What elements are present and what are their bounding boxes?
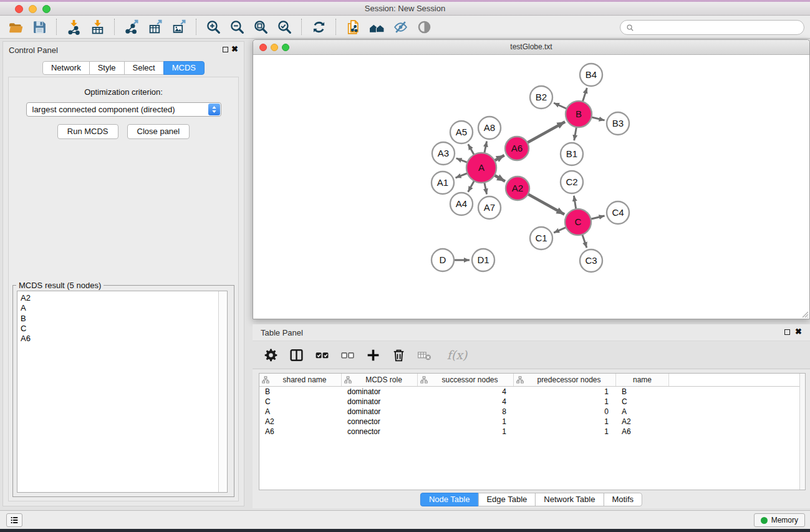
status-bar: Memory: [0, 510, 810, 529]
network-minimize-button[interactable]: [271, 44, 278, 51]
node-A5[interactable]: A5: [450, 121, 473, 143]
column-header-name[interactable]: name: [616, 374, 669, 386]
column-label: shared name: [271, 375, 339, 384]
tab-network[interactable]: Network: [42, 61, 90, 75]
task-history-button[interactable]: [6, 513, 22, 527]
network-zoom-button[interactable]: [282, 44, 289, 51]
float-panel-icon[interactable]: [223, 47, 228, 52]
clone-network-button[interactable]: [341, 17, 365, 36]
table-tab-node-table[interactable]: Node Table: [420, 493, 479, 506]
tab-style[interactable]: Style: [89, 61, 125, 75]
table-row[interactable]: A2connector11A2: [259, 417, 805, 427]
node-A[interactable]: A: [466, 153, 496, 183]
node-A6[interactable]: A6: [505, 137, 529, 160]
export-network-button[interactable]: [120, 17, 143, 36]
function-builder-button[interactable]: f(x): [441, 346, 470, 364]
zoom-fit-button[interactable]: [249, 17, 272, 36]
toolbar-separator: [56, 19, 57, 35]
node-B1[interactable]: B1: [561, 143, 583, 165]
column-header-predecessor-nodes[interactable]: predecessor nodes: [514, 374, 616, 386]
zoom-in-button[interactable]: [201, 17, 225, 36]
node-B4[interactable]: B4: [580, 64, 602, 86]
gear-button[interactable]: [263, 346, 279, 364]
import-table-button[interactable]: [85, 17, 109, 36]
node-C1[interactable]: C1: [530, 227, 552, 249]
network-graph[interactable]: B4B2BB3A8A5A6A3B1AA1C2A2A4A7C4CC1C3DD1: [253, 56, 809, 319]
run-mcds-button[interactable]: Run MCDS: [57, 124, 118, 139]
node-B[interactable]: B: [566, 101, 592, 127]
clone-network-icon: [345, 19, 361, 35]
export-image-button[interactable]: [167, 17, 191, 36]
close-panel-button[interactable]: Close panel: [127, 124, 190, 139]
add-column-button[interactable]: [365, 346, 381, 364]
node-C[interactable]: C: [565, 209, 591, 235]
delete-table-button[interactable]: [416, 346, 432, 364]
node-A4[interactable]: A4: [450, 193, 473, 215]
node-C2[interactable]: C2: [561, 171, 583, 193]
open-session-button[interactable]: [4, 17, 27, 36]
node-A8[interactable]: A8: [478, 117, 501, 139]
table-float-panel-icon[interactable]: [784, 329, 790, 335]
zoom-window-button[interactable]: [42, 5, 51, 13]
optimization-criterion-select[interactable]: largest connected component (directed): [26, 102, 221, 117]
search-input[interactable]: [638, 22, 799, 32]
mcds-result-item[interactable]: A: [21, 303, 227, 313]
node-C4[interactable]: C4: [607, 201, 629, 224]
node-D[interactable]: D: [432, 249, 454, 271]
table-scrollbar[interactable]: [799, 374, 805, 490]
delete-column-button[interactable]: [390, 346, 407, 364]
node-A2[interactable]: A2: [506, 177, 529, 200]
column-header-successor-nodes[interactable]: successor nodes: [418, 374, 514, 386]
mcds-result-list[interactable]: A2ABCA6: [17, 291, 228, 493]
minimize-window-button[interactable]: [29, 5, 37, 13]
close-window-button[interactable]: [15, 5, 23, 13]
table-row[interactable]: A6connector11A6: [259, 427, 805, 437]
show-graphics-details-button[interactable]: [412, 17, 436, 36]
home-view-button[interactable]: [365, 17, 388, 36]
zoom-selected-button[interactable]: [272, 17, 296, 36]
mcds-result-item[interactable]: B: [21, 314, 227, 324]
split-columns-button[interactable]: [288, 346, 304, 364]
table-row[interactable]: Adominator80A: [259, 407, 805, 417]
mcds-result-group: MCDS result (5 nodes) A2ABCA6: [12, 285, 234, 497]
table-row[interactable]: Bdominator41B: [259, 387, 805, 397]
column-header-shared-name[interactable]: shared name: [259, 374, 342, 386]
table-close-panel-icon[interactable]: ✖: [795, 327, 802, 336]
network-close-button[interactable]: [259, 44, 267, 51]
import-network-button[interactable]: [62, 17, 85, 36]
node-B2[interactable]: B2: [530, 86, 552, 109]
result-list-scrollbar[interactable]: [218, 291, 227, 492]
search-box[interactable]: [620, 20, 804, 35]
unselect-all-columns-button[interactable]: [339, 346, 355, 364]
node-label: D: [440, 254, 446, 265]
mcds-result-item[interactable]: A6: [21, 334, 227, 344]
table-row[interactable]: Cdominator41C: [259, 397, 805, 407]
mcds-result-item[interactable]: C: [21, 324, 227, 334]
node-label: B: [576, 109, 582, 119]
node-A1[interactable]: A1: [432, 172, 454, 194]
select-all-columns-button[interactable]: [314, 346, 330, 364]
network-canvas[interactable]: B4B2BB3A8A5A6A3B1AA1C2A2A4A7C4CC1C3DD1: [253, 56, 809, 319]
save-session-button[interactable]: [27, 17, 51, 36]
node-C3[interactable]: C3: [580, 249, 602, 272]
close-panel-icon[interactable]: ✖: [231, 45, 238, 54]
table-tab-edge-table[interactable]: Edge Table: [478, 493, 536, 506]
refresh-view-button[interactable]: [307, 17, 330, 36]
hide-graphics-details-button[interactable]: [388, 17, 412, 36]
resize-grip-icon[interactable]: [801, 310, 809, 318]
node-B3[interactable]: B3: [607, 112, 629, 135]
mcds-result-item[interactable]: A2: [21, 293, 227, 303]
column-header-MCDS-role[interactable]: MCDS role: [342, 374, 418, 386]
tab-mcds[interactable]: MCDS: [163, 61, 205, 75]
node-D1[interactable]: D1: [472, 249, 494, 271]
export-table-button[interactable]: [143, 17, 167, 36]
memory-button[interactable]: Memory: [754, 513, 805, 527]
node-label: A4: [456, 198, 467, 209]
node-A3[interactable]: A3: [432, 142, 455, 165]
node-A7[interactable]: A7: [478, 196, 501, 219]
table-tab-motifs[interactable]: Motifs: [603, 493, 642, 506]
zoom-out-button[interactable]: [225, 17, 249, 36]
network-window-titlebar[interactable]: testGlobe.txt: [253, 40, 809, 55]
tab-select[interactable]: Select: [124, 61, 164, 75]
table-tab-network-table[interactable]: Network Table: [535, 493, 604, 506]
